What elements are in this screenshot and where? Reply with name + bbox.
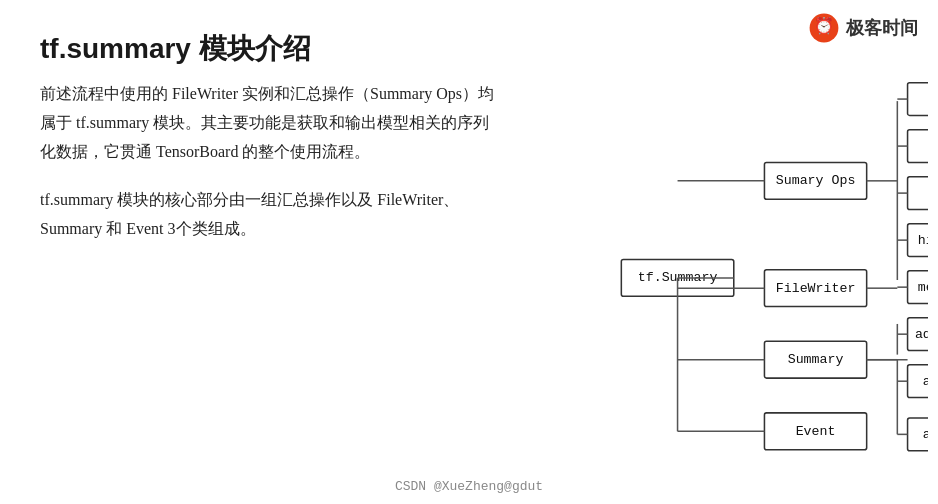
content-area: 前述流程中使用的 FileWriter 实例和汇总操作（Summary Ops）…	[40, 80, 500, 264]
diagram-area: tf.Summary Sumary Ops FileWriter Summary…	[468, 70, 928, 490]
paragraph-2: tf.summary 模块的核心部分由一组汇总操作以及 FileWriter、S…	[40, 186, 500, 244]
addgraph-label: add_graph	[923, 427, 928, 442]
logo-text: 极客时间	[846, 16, 918, 40]
sumary-ops-label: Sumary Ops	[776, 173, 856, 188]
scalar-box	[908, 177, 928, 210]
histogram-label: histogram	[918, 233, 928, 248]
diagram-svg: tf.Summary Sumary Ops FileWriter Summary…	[468, 70, 928, 490]
slide: ⏰ 极客时间 tf.summary 模块介绍 前述流程中使用的 FileWrit…	[0, 0, 938, 504]
audio-box	[908, 83, 928, 116]
event-label: Event	[796, 424, 836, 439]
summary-label: Summary	[788, 352, 844, 367]
logo-icon: ⏰	[808, 12, 840, 44]
paragraph-1: 前述流程中使用的 FileWriter 实例和汇总操作（Summary Ops）…	[40, 80, 500, 166]
addevent-label: add_event	[923, 374, 928, 389]
image-box	[908, 130, 928, 163]
page-title: tf.summary 模块介绍	[40, 30, 898, 68]
mergeall-label: merge_all	[918, 280, 928, 295]
addsummary-label: add_summary	[915, 327, 928, 342]
watermark: CSDN @XueZheng@gdut	[395, 479, 543, 494]
svg-text:⏰: ⏰	[814, 16, 834, 35]
logo: ⏰ 极客时间	[808, 12, 918, 44]
filewriter-label: FileWriter	[776, 281, 856, 296]
